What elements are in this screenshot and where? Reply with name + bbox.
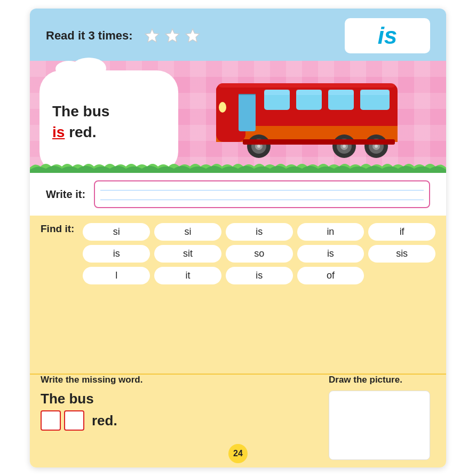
missing-letter-box-2[interactable] <box>64 410 84 431</box>
page: Read it 3 times: is The bus is red. <box>30 9 446 467</box>
draw-area: Draw the picture. <box>329 375 435 460</box>
featured-word: is <box>378 22 398 49</box>
svg-rect-31 <box>243 139 395 145</box>
find-word-7[interactable]: so <box>226 245 293 263</box>
svg-rect-16 <box>360 90 390 95</box>
svg-point-18 <box>219 102 226 113</box>
svg-point-30 <box>375 145 378 148</box>
find-grid: si si is in if is sit so is sis l it is … <box>83 223 435 284</box>
top-section: Read it 3 times: is <box>30 9 446 61</box>
write-label: Write it: <box>46 188 85 201</box>
bus-illustration <box>211 67 403 158</box>
find-word-11[interactable]: it <box>154 267 221 284</box>
missing-letter-box-1[interactable] <box>41 410 61 431</box>
page-number: 24 <box>228 444 248 463</box>
svg-rect-7 <box>239 94 256 131</box>
missing-sentence-line1: The bus <box>41 391 318 407</box>
write-missing-title: Write the missing word. <box>41 375 318 385</box>
find-section: Find it: si si is in if is sit so is sis… <box>30 216 446 374</box>
find-word-9[interactable]: sis <box>368 245 435 263</box>
svg-marker-2 <box>186 29 200 42</box>
svg-rect-8 <box>239 94 256 95</box>
sentence-part1: The bus <box>52 103 109 120</box>
missing-boxes-row: red. <box>41 410 318 431</box>
svg-rect-14 <box>296 90 322 95</box>
draw-box[interactable] <box>329 391 430 460</box>
missing-word-rest: red. <box>92 412 117 429</box>
star-1 <box>144 27 161 44</box>
find-word-13[interactable]: of <box>297 267 364 284</box>
find-word-12[interactable]: is <box>226 267 293 284</box>
bus-section: The bus is red. <box>30 61 446 173</box>
write-missing-section: Write the missing word. The bus red. <box>41 375 329 460</box>
star-3 <box>184 27 201 44</box>
grass-area: grass blades <box>30 158 446 173</box>
find-word-1[interactable]: si <box>154 223 221 241</box>
page-number-text: 24 <box>233 449 243 458</box>
svg-marker-0 <box>145 29 159 42</box>
read-label: Read it 3 times: <box>46 29 133 43</box>
svg-point-26 <box>343 145 346 148</box>
svg-marker-1 <box>165 29 179 42</box>
sentence: The bus is red. <box>52 101 162 142</box>
find-word-8[interactable]: is <box>297 245 364 263</box>
svg-point-22 <box>257 145 260 148</box>
find-label: Find it: <box>41 223 74 235</box>
find-word-4[interactable]: if <box>368 223 435 241</box>
find-word-10[interactable]: l <box>83 267 150 284</box>
write-box[interactable] <box>94 180 430 208</box>
find-word-2[interactable]: is <box>226 223 293 241</box>
write-line-bottom <box>100 200 424 200</box>
stars <box>144 27 201 44</box>
find-word-5[interactable]: is <box>83 245 150 263</box>
sentence-highlight: is <box>52 124 65 140</box>
find-word-6[interactable]: sit <box>154 245 221 263</box>
svg-rect-15 <box>328 90 354 95</box>
bus-container <box>178 61 435 173</box>
find-word-3[interactable]: in <box>297 223 364 241</box>
word-box: is <box>345 18 430 53</box>
write-section: Write it: <box>30 173 446 216</box>
write-line-top <box>100 190 424 191</box>
sentence-part2: red. <box>69 124 96 140</box>
svg-rect-13 <box>264 90 290 95</box>
find-word-0[interactable]: si <box>83 223 150 241</box>
star-2 <box>164 27 181 44</box>
svg-rect-17 <box>219 83 395 88</box>
draw-title: Draw the picture. <box>329 375 435 385</box>
grass-svg: grass blades <box>30 158 446 173</box>
